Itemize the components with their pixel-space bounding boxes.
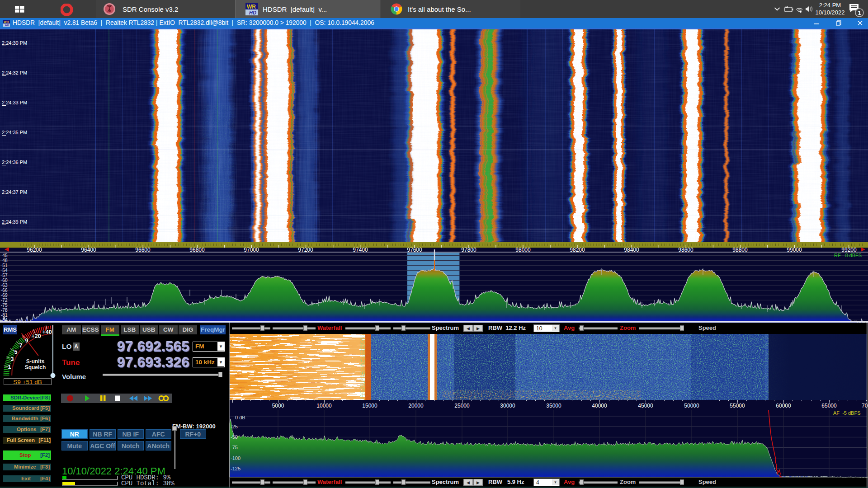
svg-text:WR: WR [247,4,256,10]
svg-text:CPU Total: 38%: CPU Total: 38% [121,480,175,487]
svg-text:RF -8 dBFS: RF -8 dBFS [834,253,862,258]
svg-text:1: 1 [858,9,861,16]
svg-text:HD: HD [249,10,256,15]
